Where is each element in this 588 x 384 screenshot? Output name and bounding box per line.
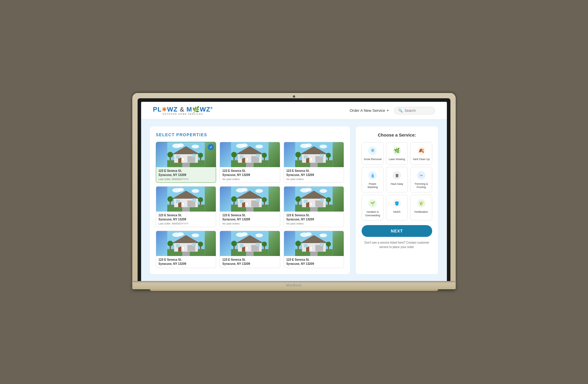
- property-info: 123 E Seneca St.Syracuse, NY 13209 No pa…: [220, 167, 280, 182]
- property-card[interactable]: 123 E Seneca St.Syracuse, NY 13209 No pa…: [220, 186, 280, 227]
- macbook-lid: PL✳WZ & M🌿WZ® OUTDOOR HOME SERVICES Orde…: [132, 93, 456, 281]
- property-image: ✓: [156, 142, 216, 167]
- property-address: 123 E Seneca St.Syracuse, NY 13209: [158, 258, 213, 266]
- property-card[interactable]: 123 E Seneca St.Syracuse, NY 13209 No pa…: [284, 142, 344, 183]
- service-item-yard[interactable]: 🍂 Yard Clean Up: [410, 142, 432, 164]
- svg-rect-173: [320, 243, 324, 246]
- svg-point-123: [192, 234, 199, 237]
- svg-point-115: [295, 196, 301, 202]
- svg-rect-73: [192, 198, 196, 202]
- svg-point-143: [255, 234, 263, 237]
- macbook-frame: PL✳WZ & M🌿WZ® OUTDOOR HOME SERVICES Orde…: [132, 93, 456, 291]
- screen-bezel: PL✳WZ & M🌿WZ® OUTDOOR HOME SERVICES Orde…: [138, 98, 450, 281]
- svg-rect-33: [256, 154, 260, 157]
- property-card[interactable]: 123 E Seneca St.Syracuse, NY 13209: [156, 231, 216, 268]
- svg-rect-131: [178, 247, 181, 252]
- svg-rect-51: [306, 158, 309, 163]
- svg-point-177: [326, 242, 331, 247]
- property-last-order: Last order: MM/DD/YYYY: [158, 222, 213, 225]
- service-label: Mulch: [393, 210, 400, 214]
- property-card[interactable]: 123 E Seneca St.Syracuse, NY 13209: [284, 231, 344, 268]
- svg-rect-79: [182, 203, 184, 204]
- property-image: [284, 142, 344, 167]
- svg-point-162: [305, 232, 312, 236]
- svg-point-37: [262, 153, 267, 158]
- service-item-haul[interactable]: 🗑 Haul Away: [386, 167, 408, 192]
- svg-point-95: [231, 196, 237, 202]
- svg-rect-179: [310, 247, 312, 248]
- svg-rect-112: [304, 200, 308, 203]
- macbook-foot: [150, 289, 438, 291]
- property-image: [220, 187, 280, 212]
- svg-rect-152: [240, 244, 244, 247]
- snow-icon: ❄: [367, 145, 378, 156]
- next-button[interactable]: NEXT: [362, 225, 432, 237]
- svg-point-103: [319, 189, 327, 193]
- svg-point-55: [295, 152, 301, 157]
- svg-point-142: [241, 232, 248, 236]
- svg-point-82: [241, 188, 248, 192]
- property-info: 123 E Seneca St.Syracuse, NY 13209: [284, 256, 344, 268]
- property-card[interactable]: ✓ 123 E Seneca St.Syracuse, NY 13209 Las…: [156, 142, 216, 183]
- svg-rect-171: [306, 247, 309, 252]
- svg-text:💧: 💧: [370, 173, 375, 178]
- service-label: Aeration & Overseeding: [364, 210, 382, 217]
- svg-rect-19: [182, 158, 184, 159]
- property-grid: ✓ 123 E Seneca St.Syracuse, NY 13209 Las…: [156, 142, 344, 268]
- search-box[interactable]: 🔍: [394, 107, 435, 114]
- navigation-bar: PL✳WZ & M🌿WZ® OUTDOOR HOME SERVICES Orde…: [141, 102, 447, 119]
- property-image: [284, 231, 344, 256]
- chevron-down-icon: ▼: [386, 109, 389, 112]
- property-card[interactable]: 123 E Seneca St.Syracuse, NY 13209 No pa…: [220, 142, 280, 183]
- page-content: SELECT PROPERTIES ✓ 123 E Se: [141, 119, 447, 281]
- property-card[interactable]: 123 E Seneca St.Syracuse, NY 13209: [220, 231, 280, 268]
- svg-point-42: [305, 143, 312, 147]
- svg-text:🌱: 🌱: [370, 201, 375, 206]
- property-address: 123 E Seneca St.Syracuse, NY 13209: [222, 169, 277, 177]
- service-item-trim[interactable]: ✂ Trimming & Pruning: [410, 167, 432, 192]
- svg-point-57: [326, 153, 331, 158]
- property-address: 123 E Seneca St.Syracuse, NY 13209: [286, 258, 341, 266]
- property-image: [156, 187, 216, 212]
- service-label: Power Washing: [364, 182, 382, 189]
- property-last-order: No past orders: [286, 222, 341, 225]
- search-input[interactable]: [405, 109, 431, 113]
- property-last-order: No past orders: [222, 178, 277, 181]
- property-card[interactable]: 123 E Seneca St.Syracuse, NY 13209 No pa…: [284, 186, 344, 227]
- logo: PL✳WZ & M🌿WZ® OUTDOOR HOME SERVICES: [153, 106, 213, 115]
- property-last-order: No past orders: [222, 222, 277, 225]
- service-item-lawn[interactable]: 🌿 Lawn Mowing: [386, 142, 408, 164]
- service-item-power[interactable]: 💧 Power Washing: [362, 167, 384, 192]
- property-address: 123 E Seneca St.Syracuse, NY 13209: [286, 169, 341, 177]
- order-new-service-button[interactable]: Order A New Service ▼: [350, 108, 389, 113]
- svg-rect-11: [178, 158, 181, 163]
- svg-point-157: [262, 242, 267, 247]
- svg-text:🌿: 🌿: [394, 148, 400, 153]
- service-grid: ❄ Snow Removal 🌿 Lawn Mowing 🍂 Yard Clea…: [362, 142, 432, 220]
- svg-rect-119: [310, 203, 312, 204]
- svg-rect-132: [176, 244, 180, 247]
- right-panel: Choose a Service: ❄ Snow Removal 🌿 Lawn …: [356, 127, 438, 274]
- property-info: 123 E Seneca St.Syracuse, NY 13209 No pa…: [284, 167, 344, 182]
- service-item-mulch[interactable]: 🪣 Mulch: [386, 195, 408, 220]
- service-item-snow[interactable]: ❄ Snow Removal: [362, 142, 384, 164]
- order-label: Order A New Service: [350, 108, 385, 113]
- svg-point-137: [198, 242, 203, 247]
- property-address: 123 E Seneca St.Syracuse, NY 13209: [286, 213, 341, 222]
- lawn-icon: 🌿: [392, 145, 402, 156]
- svg-point-15: [167, 152, 173, 157]
- svg-point-75: [167, 196, 173, 202]
- svg-text:🌾: 🌾: [419, 201, 424, 206]
- svg-text:🪣: 🪣: [395, 201, 399, 206]
- svg-rect-32: [240, 155, 244, 159]
- property-address: 123 E Seneca St.Syracuse, NY 13209: [222, 213, 277, 222]
- nav-right: Order A New Service ▼ 🔍: [350, 107, 435, 114]
- svg-point-3: [192, 145, 199, 149]
- section-title: SELECT PROPERTIES: [156, 132, 344, 137]
- svg-rect-153: [256, 243, 260, 246]
- svg-rect-72: [176, 200, 180, 203]
- service-item-aeration[interactable]: 🌱 Aeration & Overseeding: [362, 195, 384, 220]
- fertilize-icon: 🌾: [416, 198, 427, 209]
- property-card[interactable]: 123 E Seneca St.Syracuse, NY 13209 Last …: [156, 186, 216, 227]
- service-item-fertilize[interactable]: 🌾 Fertilization: [410, 195, 432, 220]
